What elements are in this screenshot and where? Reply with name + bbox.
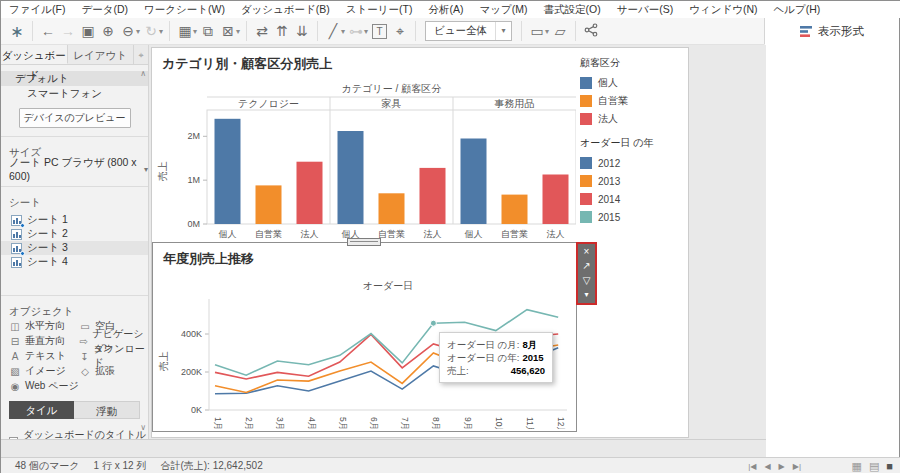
view-grid-icon[interactable]: ▦ [852, 460, 862, 473]
tiled-button[interactable]: タイル [9, 401, 74, 419]
year-legend-item-2012[interactable]: 2012 [580, 154, 686, 172]
new-worksheet-icon[interactable]: ▦ [175, 23, 195, 39]
show-labels-icon[interactable]: ▭ [527, 23, 547, 39]
show-labels-caret-icon[interactable]: ▾ [545, 27, 549, 36]
undo-icon[interactable]: ← [38, 23, 58, 39]
save-icon[interactable]: ▣ [78, 23, 98, 39]
bar-chart[interactable]: カテゴリー / 顧客区分テクノロジー個人自営業法人家具個人自営業法人事務用品個人… [152, 76, 576, 242]
customer-legend-item-法人[interactable]: 法人 [580, 110, 686, 128]
fit-selector[interactable]: ビュー全体 ▾ [425, 21, 512, 41]
swap-rows-columns-icon[interactable]: ⇄ [252, 23, 272, 39]
go-to-sheet-icon[interactable]: ↗ [582, 260, 590, 272]
menu-item-6[interactable]: マップ(M) [472, 1, 536, 18]
sheet-list-item-2[interactable]: シート 2 [1, 227, 148, 241]
tab-layout[interactable]: レイアウト [68, 45, 135, 64]
duplicate-icon[interactable]: ⧉ [198, 23, 218, 40]
menu-item-10[interactable]: ヘルプ(H) [765, 1, 828, 18]
share-icon[interactable] [581, 23, 601, 40]
nav-first-icon[interactable]: |◀ [748, 462, 756, 471]
device-default-item[interactable]: デフォルト [1, 71, 148, 86]
pause-updates-caret-icon[interactable]: ▾ [136, 27, 140, 36]
new-worksheet-caret-icon[interactable]: ▾ [193, 27, 197, 36]
group-members-icon[interactable]: ⊶ [346, 23, 366, 39]
use-as-filter-icon[interactable]: ▽ [583, 275, 591, 287]
objects-label: オブジェクト [1, 304, 148, 319]
object-item-download[interactable]: ↧ダウンロード [79, 349, 149, 363]
bar-事務用品-自営業[interactable] [502, 195, 528, 224]
bar-家具-自営業[interactable] [379, 193, 405, 224]
menu-item-7[interactable]: 書式設定(O) [536, 1, 609, 18]
presentation-mode-icon[interactable]: ▱ [550, 23, 570, 39]
blank-icon: ▭ [79, 321, 91, 332]
bar-事務用品-個人[interactable] [461, 139, 487, 225]
year-legend-item-2014[interactable]: 2014 [580, 190, 686, 208]
bar-家具-個人[interactable] [338, 131, 364, 224]
menu-item-9[interactable]: ウィンドウ(N) [681, 1, 765, 18]
sheet-list-item-1[interactable]: シート 1 [1, 213, 148, 227]
sidebar-scroll-down-icon[interactable]: ∨ [140, 423, 146, 432]
menu-item-3[interactable]: ダッシュボード(B) [233, 1, 338, 18]
clear-sheet-caret-icon[interactable]: ▾ [236, 27, 240, 36]
menu-item-0[interactable]: ファイル(F) [1, 1, 73, 18]
fix-axes-icon[interactable]: ⌖ [390, 23, 410, 40]
nav-prev-icon[interactable]: ◀ [764, 462, 770, 471]
highlight-caret-icon[interactable]: ▾ [341, 27, 345, 36]
sheet-list-item-3[interactable]: シート 3 [1, 241, 148, 255]
zone-grab-handle[interactable] [347, 238, 381, 246]
menu-item-5[interactable]: 分析(A) [421, 1, 472, 18]
year-legend-item-2013[interactable]: 2013 [580, 172, 686, 190]
customer-legend-item-自営業[interactable]: 自営業 [580, 92, 686, 110]
group-caret-icon[interactable]: ▾ [364, 27, 368, 36]
hovered-mark[interactable] [430, 320, 436, 326]
device-phone-item[interactable]: スマートフォン [1, 86, 148, 101]
floating-button[interactable]: 浮動 [74, 401, 140, 419]
clear-sheet-icon[interactable]: ⊠ [218, 23, 238, 39]
menu-item-4[interactable]: ストーリー(T) [338, 1, 421, 18]
view-full-icon[interactable]: ■ [886, 460, 893, 473]
bar-テクノロジー-法人[interactable] [297, 162, 323, 224]
year-legend-item-2015[interactable]: 2015 [580, 208, 686, 226]
device-preview-button[interactable]: デバイスのプレビュー [19, 108, 131, 128]
object-item-web[interactable]: ◉Web ページ [9, 379, 79, 393]
sort-descending-icon[interactable]: ⇊ [292, 23, 312, 39]
object-item-image[interactable]: ▧イメージ [9, 364, 79, 378]
new-data-source-icon[interactable]: ⊕ [98, 23, 118, 39]
menu-item-1[interactable]: データ(D) [73, 1, 136, 18]
svg-text:法人: 法人 [301, 229, 319, 239]
object-item-text[interactable]: Aテキスト [9, 349, 79, 363]
refresh-caret-icon[interactable]: ▾ [159, 27, 163, 36]
highlight-icon[interactable]: ╱ [323, 23, 343, 39]
bar-事務用品-法人[interactable] [543, 175, 569, 225]
bar-テクノロジー-自営業[interactable] [256, 185, 282, 224]
menu-item-8[interactable]: サーバー(S) [609, 1, 682, 18]
sidebar-pin-icon[interactable]: ⌖ [134, 45, 148, 64]
worksheet-icon [11, 229, 22, 240]
download-icon: ↧ [79, 351, 90, 362]
menu-item-2[interactable]: ワークシート(W) [136, 1, 233, 18]
bar-テクノロジー-個人[interactable] [215, 119, 241, 224]
pause-updates-icon[interactable]: ⊖ [118, 23, 138, 39]
sort-ascending-icon[interactable]: ⇈ [272, 23, 292, 39]
svg-text:400K: 400K [181, 329, 202, 339]
nav-next-icon[interactable]: ▶ [779, 462, 785, 471]
refresh-icon[interactable]: ↻ [141, 23, 161, 39]
nav-last-icon[interactable]: ▶| [793, 462, 801, 471]
object-item-extension[interactable]: ◇拡張 [79, 364, 149, 378]
customer-legend-item-個人[interactable]: 個人 [580, 74, 686, 92]
show-mark-labels-icon[interactable]: T [372, 24, 387, 39]
zone-more-options-icon[interactable]: ▾ [584, 289, 588, 301]
view-filmstrip-icon[interactable]: ▤ [869, 460, 879, 473]
worksheet-icon [11, 257, 22, 268]
zone-close-icon[interactable]: × [584, 246, 590, 258]
tab-dashboard[interactable]: ダッシュボード [1, 45, 68, 64]
object-item-horizontal[interactable]: ◫水平方向 [9, 319, 79, 333]
redo-icon[interactable]: → [58, 23, 78, 39]
sidebar-scroll-up-icon[interactable]: ∧ [140, 69, 146, 78]
object-item-vertical[interactable]: ⊟垂直方向 [9, 334, 79, 348]
size-selector[interactable]: ノート PC ブラウザ (800 x 600) ▾ [1, 160, 148, 178]
show-me-button[interactable]: 表示形式 [764, 18, 899, 45]
sheet-list-item-4[interactable]: シート 4 [1, 255, 148, 269]
tableau-logo-icon[interactable]: ∗ [7, 22, 27, 41]
bar-家具-法人[interactable] [420, 168, 446, 224]
fit-selector-caret-icon[interactable]: ▾ [495, 22, 511, 40]
